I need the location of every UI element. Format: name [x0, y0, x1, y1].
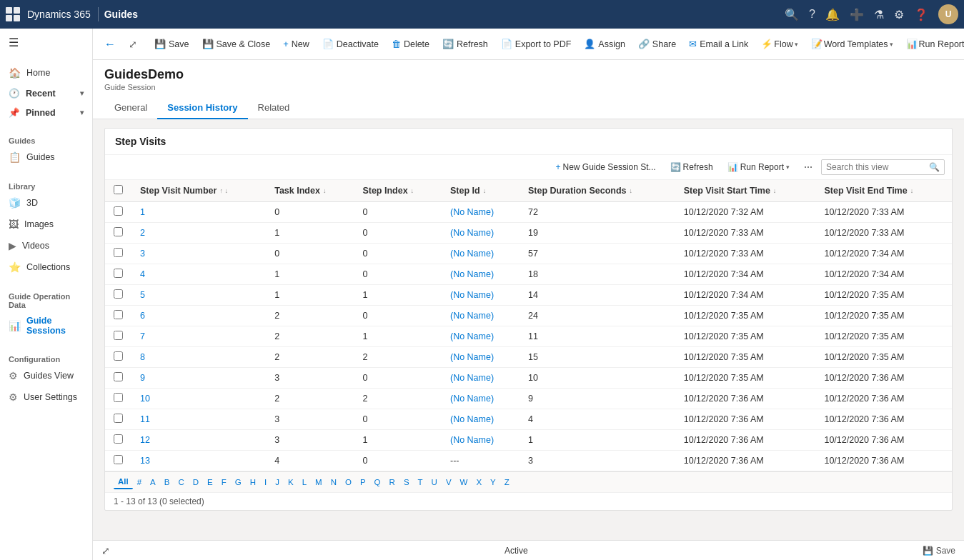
step-id-link[interactable]: (No Name): [450, 435, 494, 445]
row-checkbox[interactable]: [114, 206, 123, 216]
delete-button[interactable]: 🗑 Delete: [386, 35, 435, 53]
panel-more-button[interactable]: ⋯: [798, 159, 818, 175]
step-visit-link[interactable]: 13: [140, 456, 150, 466]
row-checkbox[interactable]: [114, 351, 123, 361]
sidebar-item-pinned[interactable]: 📌 Pinned ▾: [0, 103, 92, 122]
sidebar-item-collections[interactable]: ⭐ Collections: [0, 256, 92, 278]
col-step-duration[interactable]: Step Duration Seconds ↓: [520, 180, 675, 202]
step-id-link[interactable]: (No Name): [450, 228, 494, 238]
share-button[interactable]: 🔗 Share: [632, 35, 682, 53]
email-link-button[interactable]: ✉ Email a Link: [683, 35, 754, 53]
user-avatar[interactable]: U: [938, 4, 958, 24]
pagination-letter[interactable]: E: [203, 476, 217, 489]
panel-refresh-button[interactable]: 🔄 Refresh: [665, 159, 719, 175]
pagination-letter[interactable]: M: [311, 476, 327, 489]
hamburger-menu[interactable]: ☰: [0, 29, 92, 56]
col-step-visit-number[interactable]: Step Visit Number ↑ ↓: [131, 180, 266, 202]
pagination-letter[interactable]: All: [114, 475, 133, 489]
deactivate-button[interactable]: 📄 Deactivate: [317, 35, 384, 53]
step-id-link[interactable]: (No Name): [450, 352, 494, 362]
sidebar-item-user-settings[interactable]: ⚙ User Settings: [0, 386, 92, 408]
col-start-time[interactable]: Step Visit Start Time ↓: [675, 180, 816, 202]
step-visit-link[interactable]: 2: [140, 228, 145, 238]
step-visit-link[interactable]: 5: [140, 290, 145, 300]
col-step-index[interactable]: Step Index ↓: [354, 180, 442, 202]
pagination-letter[interactable]: R: [385, 476, 399, 489]
pagination-letter[interactable]: X: [472, 476, 486, 489]
assign-button[interactable]: 👤 Assign: [578, 35, 631, 53]
step-id-link[interactable]: (No Name): [450, 269, 494, 279]
select-all-checkbox[interactable]: [114, 185, 123, 194]
step-visit-link[interactable]: 1: [140, 207, 145, 217]
pagination-letter[interactable]: C: [174, 476, 188, 489]
pagination-letter[interactable]: H: [246, 476, 260, 489]
row-checkbox[interactable]: [114, 227, 123, 236]
sidebar-item-home[interactable]: 🏠 Home: [0, 62, 92, 84]
step-id-link[interactable]: (No Name): [450, 290, 494, 300]
help-icon[interactable]: ?: [809, 8, 815, 21]
plus-icon[interactable]: ➕: [850, 8, 864, 21]
settings-icon[interactable]: ⚙: [894, 8, 904, 21]
row-checkbox[interactable]: [114, 331, 123, 340]
pagination-letter[interactable]: G: [231, 476, 246, 489]
row-checkbox[interactable]: [114, 393, 123, 402]
word-templates-button[interactable]: 📝 Word Templates ▾: [805, 35, 899, 53]
pagination-letter[interactable]: #: [133, 476, 146, 489]
refresh-button[interactable]: 🔄 Refresh: [437, 35, 494, 53]
step-visit-link[interactable]: 7: [140, 331, 145, 341]
filter-icon[interactable]: ⚗: [874, 8, 884, 21]
pagination-letter[interactable]: L: [298, 476, 311, 489]
panel-run-report-button[interactable]: 📊 Run Report ▾: [722, 159, 795, 175]
row-checkbox[interactable]: [114, 248, 123, 257]
new-guide-session-button[interactable]: + New Guide Session St...: [550, 159, 662, 175]
sidebar-item-guides-view[interactable]: ⚙ Guides View: [0, 365, 92, 386]
col-task-index[interactable]: Task Index ↓: [266, 180, 354, 202]
row-checkbox[interactable]: [114, 372, 123, 381]
expand-icon[interactable]: ⤢: [101, 545, 110, 556]
col-end-time[interactable]: Step Visit End Time ↓: [815, 180, 952, 202]
pagination-letter[interactable]: J: [271, 476, 284, 489]
pagination-letter[interactable]: B: [160, 476, 174, 489]
sidebar-item-recent[interactable]: 🕐 Recent ▾: [0, 84, 92, 103]
pagination-letter[interactable]: Y: [486, 476, 500, 489]
step-visit-link[interactable]: 4: [140, 269, 145, 279]
pagination-letter[interactable]: T: [414, 476, 427, 489]
pagination-letter[interactable]: F: [217, 476, 231, 489]
sidebar-item-3d[interactable]: 🧊 3D: [0, 192, 92, 214]
pagination-letter[interactable]: V: [442, 476, 456, 489]
step-id-link[interactable]: (No Name): [450, 373, 494, 383]
new-button[interactable]: + New: [277, 35, 315, 53]
export-pdf-button[interactable]: 📄 Export to PDF: [495, 35, 577, 53]
step-visit-link[interactable]: 9: [140, 373, 145, 383]
step-id-link[interactable]: (No Name): [450, 394, 494, 404]
expand-button[interactable]: ⤢: [123, 36, 143, 53]
step-visit-link[interactable]: 6: [140, 311, 145, 321]
step-id-link[interactable]: (No Name): [450, 311, 494, 321]
flow-button[interactable]: ⚡ Flow ▾: [755, 35, 803, 53]
tab-related[interactable]: Related: [248, 97, 300, 119]
notifications-icon[interactable]: 🔔: [825, 8, 840, 21]
sidebar-item-videos[interactable]: ▶ Videos: [0, 235, 92, 256]
sidebar-item-images[interactable]: 🖼 Images: [0, 214, 92, 235]
pagination-letter[interactable]: S: [399, 476, 414, 489]
run-report-button[interactable]: 📊 Run Report ▾: [900, 35, 964, 53]
save-close-button[interactable]: 💾 Save & Close: [197, 35, 277, 53]
pagination-letter[interactable]: K: [284, 476, 298, 489]
row-checkbox[interactable]: [114, 434, 123, 444]
row-checkbox[interactable]: [114, 269, 123, 278]
row-checkbox[interactable]: [114, 289, 123, 299]
windows-icon[interactable]: [6, 7, 20, 21]
pagination-letter[interactable]: I: [260, 476, 271, 489]
question-icon[interactable]: ❓: [914, 8, 928, 21]
sidebar-item-guides[interactable]: 📋 Guides: [0, 146, 92, 168]
step-id-link[interactable]: (No Name): [450, 331, 494, 341]
step-visit-link[interactable]: 12: [140, 435, 150, 445]
step-id-link[interactable]: (No Name): [450, 414, 494, 424]
step-visit-link[interactable]: 8: [140, 352, 145, 362]
pagination-letter[interactable]: A: [146, 476, 160, 489]
pagination-letter[interactable]: Q: [370, 476, 385, 489]
search-input[interactable]: [826, 162, 926, 172]
row-checkbox[interactable]: [114, 455, 123, 464]
row-checkbox[interactable]: [114, 414, 123, 423]
step-id-link[interactable]: (No Name): [450, 207, 494, 217]
